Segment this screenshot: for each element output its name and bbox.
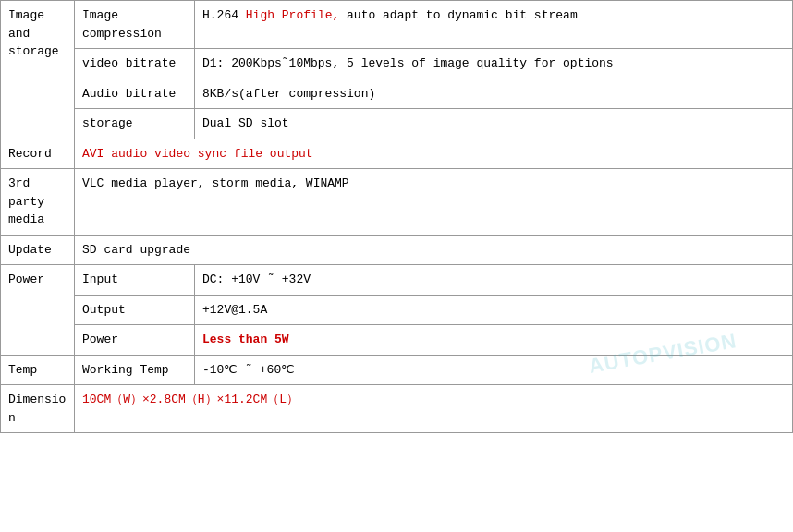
subcategory-cell: Image compression (75, 1, 195, 49)
subcategory-cell: Audio bitrate (75, 79, 195, 109)
value-cell: Less than 5W (195, 325, 793, 356)
value-cell: 10CM（W）×2.8CM（H）×11.2CM（L） (75, 385, 793, 433)
subcategory-cell: storage (75, 109, 195, 139)
spec-table-wrapper: Image and storageImage compressionH.264 … (0, 0, 793, 433)
category-cell: Power (1, 265, 75, 356)
value-cell: SD card upgrade (75, 235, 793, 265)
subcategory-cell: video bitrate (75, 49, 195, 79)
spec-table: Image and storageImage compressionH.264 … (0, 0, 793, 433)
subcategory-cell: Working Temp (75, 355, 195, 385)
category-cell: Image and storage (1, 1, 75, 139)
value-cell: +12V@1.5A (195, 295, 793, 325)
subcategory-cell: Output (75, 295, 195, 325)
value-cell: AVI audio video sync file output (75, 139, 793, 169)
value-cell: VLC media player, storm media, WINAMP (75, 169, 793, 236)
value-cell: H.264 High Profile, auto adapt to dynami… (195, 1, 793, 49)
value-cell: Dual SD slot (195, 109, 793, 139)
category-cell: Record (1, 139, 75, 169)
category-cell: 3rd party media (1, 169, 75, 236)
category-cell: Temp (1, 355, 75, 385)
value-cell: D1: 200Kbps˜10Mbps, 5 levels of image qu… (195, 49, 793, 79)
subcategory-cell: Input (75, 265, 195, 296)
value-cell: DC: +10V ˜ +32V (195, 265, 793, 296)
category-cell: Dimensio n (1, 385, 75, 433)
value-cell: -10℃ ˜ +60℃ (195, 355, 793, 385)
category-cell: Update (1, 235, 75, 265)
subcategory-cell: Power (75, 325, 195, 356)
value-cell: 8KB/s(after compression) (195, 79, 793, 109)
